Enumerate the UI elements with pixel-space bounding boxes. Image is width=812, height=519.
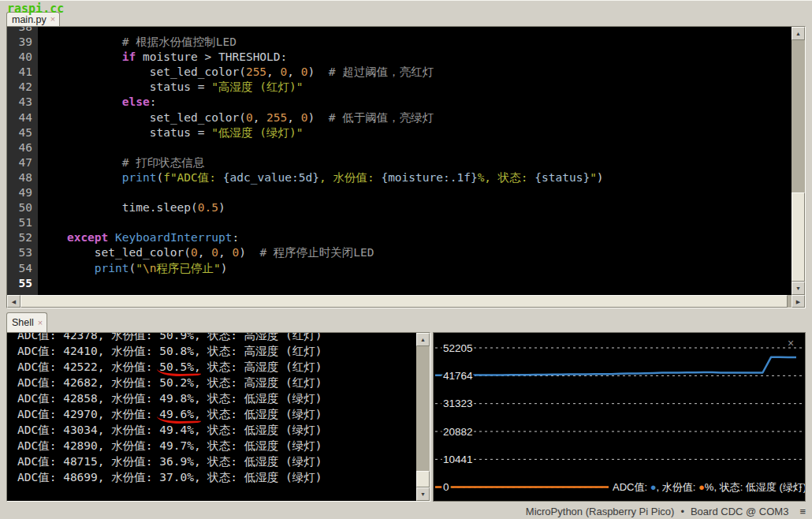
line-number: 52 [7,230,38,245]
code-token: 0.5 [198,201,218,214]
scroll-down-button[interactable]: ▼ [416,487,430,501]
code-token: 程序已停止" [156,262,220,274]
shell-output-line: ADC值: 43034, 水份值: 49.4%, 状态: 低湿度 (绿灯) [17,422,322,438]
code-line[interactable]: print(f"ADC值: {adc_value:5d}, 水份值: {mois… [39,170,604,185]
tab-close-icon[interactable]: × [50,15,55,24]
shell-vscrollbar[interactable]: ▲ ▼ [416,333,430,501]
shell-text: 49.8% [159,392,194,405]
plotter-chart: 52205417643132320882104410ADC值: ●, 水份值: … [434,333,805,501]
code-line[interactable]: status = "高湿度 (红灯)" [39,80,604,95]
status-menu-icon[interactable]: ≡ [799,506,806,517]
code-line[interactable]: # 根据水份值控制LED [39,35,604,50]
line-number: 42 [7,80,38,95]
code-token [39,231,67,244]
code-line[interactable] [39,215,604,230]
code-token: : [150,95,157,108]
editor-vscrollbar[interactable]: ▲ ▼ [792,27,805,295]
scroll-up-button[interactable]: ▲ [792,27,805,40]
line-number: 44 [7,110,38,125]
line-number: 49 [7,185,38,200]
code-line[interactable]: time.sleep(0.5) [39,200,604,215]
code-line[interactable]: # 打印状态信息 [39,155,604,170]
shell-lines: ADC值: 42378, 水份值: 50.9%, 状态: 高湿度 (红灯)ADC… [17,333,322,485]
y-axis-label: 0 [443,481,449,493]
code-token: 0 [211,246,218,259]
tab-close-icon[interactable]: × [38,319,43,327]
status-interpreter[interactable]: MicroPython (Raspberry Pi Pico) [526,506,675,517]
code-token: {status} [535,171,590,184]
y-axis-label: 52205 [443,342,473,354]
line-number: 47 [7,155,38,170]
code-token: set_led_color( [150,111,246,124]
code-token: except [67,231,108,244]
scroll-right-button[interactable]: ▶ [792,295,805,308]
shell-text: ADC值: 42522, 水份值: [17,360,159,373]
code-line[interactable]: print("\n程序已停止") [39,261,604,276]
scroll-thumb[interactable] [20,295,788,308]
code-line[interactable]: if moisture > THRESHOLD: [39,50,604,65]
code-token: 0 [301,111,308,124]
y-axis-label: 20882 [443,426,473,438]
legend-part: ADC值: [613,481,650,493]
code-token: : [232,231,239,244]
scroll-thumb[interactable] [416,471,430,487]
code-line[interactable]: status = "低湿度 (绿灯)" [39,125,604,140]
shell-panel[interactable]: ADC值: 42378, 水份值: 50.9%, 状态: 高湿度 (红灯)ADC… [6,332,430,502]
shell-viewport: ADC值: 42378, 水份值: 50.9%, 状态: 高湿度 (红灯)ADC… [7,333,416,501]
shell-text: , 状态: 低湿度 (绿灯) [194,392,322,405]
code-token: moisture > THRESHOLD: [136,50,287,63]
code-line[interactable] [39,140,604,155]
status-separator: • [680,506,684,517]
code-token: 0 [191,246,198,259]
scroll-thumb[interactable] [792,192,805,282]
line-number: 55 [7,276,38,291]
line-number: 46 [7,140,38,155]
shell-output-line: ADC值: 48715, 水份值: 36.9%, 状态: 低湿度 (绿灯) [17,454,322,469]
code-token: print [95,262,129,274]
code-token: , 水份值: [319,171,381,184]
code-lines[interactable]: # 根据水份值控制LED if moisture > THRESHOLD: se… [39,27,604,291]
line-number: 51 [7,215,38,230]
code-token: status = [150,80,212,93]
code-token: " [136,262,143,274]
code-line[interactable]: set_led_color(0, 0, 0) # 程序停止时关闭LED [39,245,604,260]
code-token [39,246,95,259]
code-line[interactable]: set_led_color(0, 255, 0) # 低于阈值，亮绿灯 [39,110,604,125]
tab-shell[interactable]: Shell × [6,312,47,332]
code-token [39,201,122,214]
code-line[interactable] [39,185,604,200]
code-token: , [287,111,300,124]
code-line[interactable]: except KeyboardInterrupt: [39,230,604,245]
plotter-panel: 52205417643132320882104410ADC值: ●, 水份值: … [433,332,806,502]
code-token: ) [218,201,225,214]
code-editor[interactable]: 383940414243444546474849505152535455 # 根… [6,26,806,308]
code-token: ( [156,171,163,184]
code-token [39,50,122,63]
scroll-down-button[interactable]: ▼ [792,282,805,295]
code-token: 0 [301,65,308,78]
editor-hscrollbar[interactable]: ◀ ▶ [7,295,805,308]
shell-text: ADC值: 42890, 水份值: [17,439,159,452]
shell-text: 37.0% [159,471,194,484]
tab-shell-label: Shell [12,317,34,328]
code-line[interactable] [39,276,604,291]
code-line[interactable]: set_led_color(255, 0, 0) # 超过阈值，亮红灯 [39,65,604,80]
code-token: "低湿度 (绿灯)" [211,126,303,139]
code-line[interactable] [39,27,604,35]
code-token [39,65,150,78]
code-token: ) [308,111,329,124]
scroll-up-button[interactable]: ▲ [416,333,430,346]
code-token: # 低于阈值，亮绿灯 [329,111,434,124]
scroll-track[interactable] [416,346,430,487]
line-number: 41 [7,65,38,80]
plot-close-icon[interactable]: × [788,337,794,349]
scroll-left-button[interactable]: ◀ [7,295,20,308]
code-token [39,80,150,93]
status-port[interactable]: Board CDC @ COM3 [691,506,788,517]
code-line[interactable]: else: [39,95,604,110]
line-number: 48 [7,170,38,185]
shell-text: ADC值: 42970, 水份值: [17,408,159,420]
shell-text: , 状态: 低湿度 (绿灯) [194,424,322,436]
code-token: f"ADC值: [163,171,223,184]
code-token: , [198,246,211,259]
